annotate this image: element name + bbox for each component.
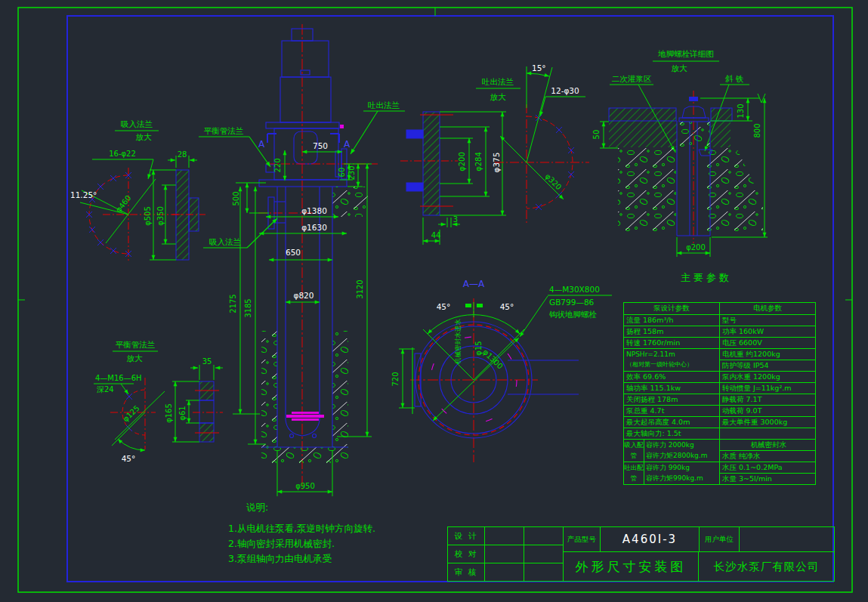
npshr-value: NPSHr=2.11m bbox=[626, 349, 719, 360]
notes-title: 说明: bbox=[246, 500, 375, 515]
drawing-title: 外形尺寸安装图 bbox=[564, 552, 699, 581]
param-row: 电机重 约1200kg bbox=[720, 349, 815, 360]
svg-text:放大: 放大 bbox=[127, 353, 144, 363]
audit-date-cell bbox=[524, 563, 563, 581]
svg-text:放大: 放大 bbox=[490, 92, 507, 101]
param-row: 转速 1760r/min bbox=[624, 338, 719, 349]
svg-text:720: 720 bbox=[391, 372, 400, 386]
param-row: 功率 160kW bbox=[720, 326, 815, 338]
svg-text:4—M16—6H: 4—M16—6H bbox=[95, 374, 142, 382]
seal-water-header: 机械密封水 bbox=[720, 440, 815, 451]
svg-text:吸入法兰: 吸入法兰 bbox=[209, 237, 242, 246]
svg-text:φ61: φ61 bbox=[178, 406, 187, 420]
motor-params-column: 电机参数 型号 功率 160kW 电压 6600V 电机重 约1200kg 防护… bbox=[720, 303, 815, 484]
svg-text:220: 220 bbox=[273, 158, 282, 172]
section-aa-view: A—A 45° 45° 4—M30X800 GB799—86 钩状地脚螺栓 bbox=[391, 279, 612, 462]
suction-detail-sub: 放大 bbox=[136, 132, 153, 141]
svg-text:φ125: φ125 bbox=[122, 404, 141, 424]
svg-text:深24: 深24 bbox=[97, 385, 114, 394]
svg-text:φ165: φ165 bbox=[165, 403, 173, 423]
inlet-moment: 容许力矩2800kg.m bbox=[646, 450, 719, 461]
suction-inner-dia-dim: φ350 bbox=[156, 206, 165, 226]
design-row: 设 计 bbox=[448, 527, 563, 545]
svg-text:斜 铁: 斜 铁 bbox=[725, 74, 744, 83]
section-cut-markers: A A bbox=[258, 134, 351, 150]
title-block-right: 产品型号 A460Ⅰ-3 用户单位 外形尺寸安装图 长沙水泵厂有限公司 bbox=[564, 527, 834, 581]
param-row: 最大起吊高度 4.0m bbox=[624, 417, 719, 428]
param-row: 最大轴向力: 1.5t bbox=[624, 428, 719, 440]
audit-name-cell bbox=[485, 563, 524, 581]
params-title: 主要参数 bbox=[681, 271, 732, 285]
svg-text:A: A bbox=[344, 139, 351, 150]
motor-params-header: 电机参数 bbox=[720, 303, 815, 315]
svg-text:地脚螺栓详细图: 地脚螺栓详细图 bbox=[657, 49, 714, 58]
suction-bolt-circle-dim: φ460 bbox=[114, 193, 132, 214]
note-line: 2.轴向密封采用机械密封. bbox=[228, 536, 375, 551]
param-row: 转动惯量 J=11kg².m bbox=[720, 383, 815, 394]
param-row: 水压 0.1~0.2MPa bbox=[720, 462, 815, 474]
svg-text:35: 35 bbox=[202, 357, 212, 366]
pump-params-column: 泵设计参数 流量 186m³/h 扬程 158m 转速 1760r/min NP… bbox=[624, 303, 720, 484]
svg-text:2175: 2175 bbox=[229, 294, 237, 313]
svg-text:15°: 15° bbox=[532, 63, 546, 73]
design-label: 设 计 bbox=[448, 527, 485, 545]
parameters-table: 泵设计参数 流量 186m³/h 扬程 158m 转速 1760r/min NP… bbox=[623, 302, 816, 485]
product-model-label: 产品型号 bbox=[564, 527, 601, 551]
param-row: 水质 纯净水 bbox=[720, 451, 815, 462]
anchor-bolt-detail: 地脚螺栓详细图 放大 二次灌浆区 斜 铁 130 800 bbox=[592, 49, 768, 257]
svg-text:50: 50 bbox=[592, 130, 601, 140]
magenta-marker bbox=[340, 125, 344, 128]
discharge-flange-detail: 吐出法兰 放大 φ200 φ284 φ375 3 44 bbox=[400, 63, 589, 245]
cad-drawing-canvas[interactable]: 吸入法兰 放大 16-φ22 φ460 11.25° φ505 bbox=[0, 0, 868, 602]
svg-text:吐出法兰: 吐出法兰 bbox=[368, 100, 400, 110]
company-name: 长沙水泵厂有限公司 bbox=[699, 552, 834, 581]
inlet-group-label: 吸入配管 bbox=[624, 440, 644, 462]
suction-flange-detail: 吸入法兰 放大 16-φ22 φ460 11.25° φ505 bbox=[70, 119, 205, 263]
svg-text:800: 800 bbox=[753, 123, 761, 137]
svg-text:45°: 45° bbox=[122, 454, 136, 463]
svg-text:60: 60 bbox=[338, 168, 346, 178]
check-name-cell bbox=[485, 545, 524, 563]
svg-text:750: 750 bbox=[313, 141, 328, 150]
svg-text:φ950: φ950 bbox=[295, 482, 315, 490]
svg-text:机械密封水进水: 机械密封水进水 bbox=[454, 319, 462, 365]
pump-params-header: 泵设计参数 bbox=[624, 303, 719, 315]
svg-text:4—M30X800: 4—M30X800 bbox=[549, 285, 600, 294]
param-row: 静载荷 7.1T bbox=[720, 394, 815, 406]
svg-text:3185: 3185 bbox=[244, 298, 252, 317]
signature-block: 设 计 校 对 审 核 bbox=[448, 527, 564, 581]
design-name-cell bbox=[485, 527, 524, 545]
title-block: 设 计 校 对 审 核 产品型号 A460Ⅰ-3 用户单位 外形尺寸安装图 长沙… bbox=[447, 526, 835, 582]
balance-flange-detail: 平衡管法兰 放大 4—M16—6H 深24 φ125 45° 35 bbox=[94, 340, 223, 463]
section-aa-circles bbox=[415, 322, 579, 438]
param-row: 防护等级 IP54 bbox=[720, 360, 815, 372]
svg-text:吐出法兰: 吐出法兰 bbox=[482, 77, 514, 86]
user-unit-value bbox=[740, 527, 834, 551]
drawing-linework: 吸入法兰 放大 16-φ22 φ460 11.25° φ505 bbox=[0, 0, 868, 602]
svg-text:φ200: φ200 bbox=[458, 152, 466, 171]
main-elevation-view: A A bbox=[199, 24, 405, 496]
svg-text:φ15: φ15 bbox=[474, 341, 483, 355]
svg-text:3120: 3120 bbox=[356, 279, 364, 298]
param-row: 水量 3~5l/min bbox=[720, 474, 815, 484]
svg-text:φ820: φ820 bbox=[294, 291, 314, 300]
inlet-force: 容许力 2000kg bbox=[646, 440, 719, 450]
param-row: 流量 186m³/h bbox=[624, 315, 719, 326]
outlet-pipe-group: 吐出配管 容许力 990kg 容许力矩990kg.m bbox=[624, 462, 719, 484]
outlet-moment: 容许力矩990kg.m bbox=[646, 473, 719, 483]
suction-thickness-dim: 28 bbox=[178, 150, 187, 159]
param-row-npshr: NPSHr=2.11m （相对第一级叶轮中心） bbox=[624, 349, 719, 372]
svg-text:45°: 45° bbox=[437, 302, 451, 311]
audit-label: 审 核 bbox=[448, 563, 485, 581]
check-label: 校 对 bbox=[448, 545, 485, 563]
svg-text:二次灌浆区: 二次灌浆区 bbox=[612, 74, 652, 83]
param-row: 动载荷 9.0T bbox=[720, 406, 815, 417]
svg-text:钩状地脚螺栓: 钩状地脚螺栓 bbox=[548, 310, 598, 319]
svg-text:A—A: A—A bbox=[463, 279, 485, 289]
param-row: 效率 69.6% bbox=[624, 372, 719, 383]
drawing-frame bbox=[18, 8, 852, 592]
pump-head-outline bbox=[259, 128, 347, 187]
svg-text:φ1630: φ1630 bbox=[301, 223, 327, 232]
notes-block: 说明: 1.从电机往泵看,泵逆时钟方向旋转. 2.轴向密封采用机械密封. 3.泵… bbox=[228, 500, 375, 566]
param-row: 电压 6600V bbox=[720, 338, 815, 349]
